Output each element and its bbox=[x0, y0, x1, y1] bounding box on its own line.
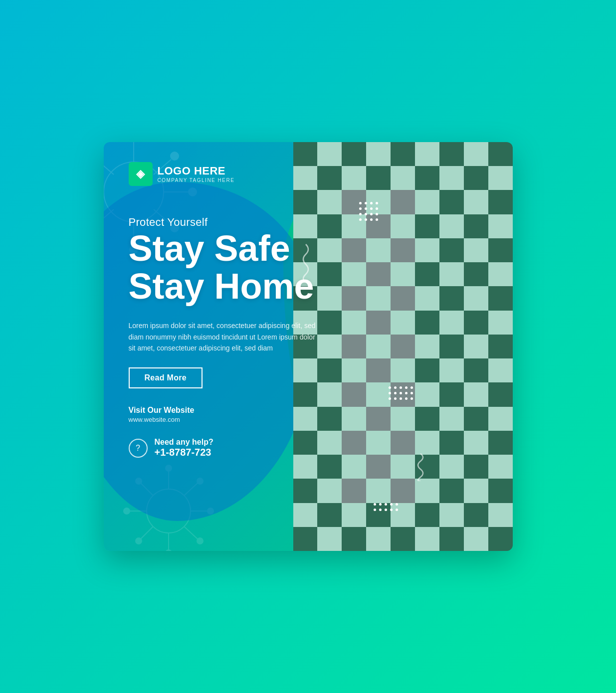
help-icon: ? bbox=[129, 439, 148, 458]
dot-pattern-top bbox=[359, 202, 378, 221]
main-card: ◈ LOGO HERE COMPANY TAGLINE HERE Protect… bbox=[104, 142, 513, 551]
squiggle-2 bbox=[408, 451, 433, 481]
logo-icon: ◈ bbox=[129, 162, 153, 186]
protect-text: Protect Yourself bbox=[129, 216, 493, 229]
phone-number: +1-8787-723 bbox=[155, 447, 213, 458]
logo-area: ◈ LOGO HERE COMPANY TAGLINE HERE bbox=[129, 162, 493, 186]
card-content: ◈ LOGO HERE COMPANY TAGLINE HERE Protect… bbox=[104, 142, 513, 551]
logo-tagline: COMPANY TAGLINE HERE bbox=[158, 177, 235, 183]
dot-pattern-bottom bbox=[374, 503, 398, 511]
squiggle-1 bbox=[293, 242, 318, 282]
website-section: Visit Our Website www.website.com bbox=[129, 406, 493, 424]
read-more-button[interactable]: Read More bbox=[129, 367, 203, 388]
logo-main-text: LOGO HERE bbox=[158, 165, 235, 177]
logo-text-block: LOGO HERE COMPANY TAGLINE HERE bbox=[158, 165, 235, 182]
contact-text: Need any help? +1-8787-723 bbox=[155, 438, 213, 458]
body-text: Lorem ipsum dolor sit amet, consectetuer… bbox=[129, 320, 318, 353]
website-url: www.website.com bbox=[129, 416, 180, 423]
contact-section: ? Need any help? +1-8787-723 bbox=[129, 438, 493, 458]
website-label: Visit Our Website bbox=[129, 406, 493, 415]
help-text: Need any help? bbox=[155, 438, 213, 447]
dot-pattern-mid bbox=[389, 386, 413, 400]
